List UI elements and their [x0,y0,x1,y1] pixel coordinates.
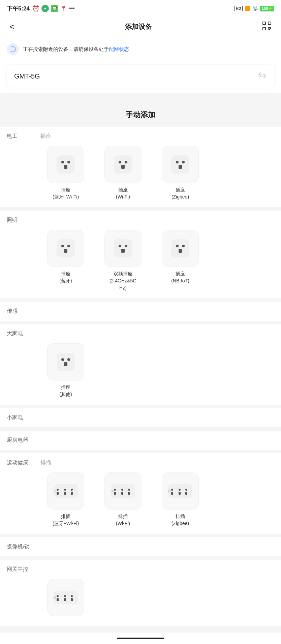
device-socket-other[interactable]: 插座(其他) [40,343,91,398]
svg-point-25 [119,245,121,247]
device-icon-strip-partial [47,579,84,616]
section-divider-2 [0,208,281,211]
svg-rect-12 [114,155,132,174]
home-indicator [117,638,164,639]
device-socket-wifi[interactable]: 插座(Wi-Fi) [98,146,148,201]
device-icon-socket-dual [104,230,142,267]
device-label-strip-bt-wifi: 排插(蓝牙+Wi-Fi) [53,513,79,527]
devices-grid-large: 插座(其他) [0,340,281,405]
device-icon-socket-zigbee [162,146,199,183]
svg-rect-62 [57,598,59,601]
device-label-socket-dual: 双频插座(2.4GHz&5GHz) [110,270,136,292]
category-gateway: 网关中控 [0,560,281,626]
location-icon: 📍 [60,5,67,12]
svg-rect-27 [121,249,125,253]
device-socket-dual[interactable]: 双频插座(2.4GHz&5GHz) [98,230,148,292]
svg-point-47 [121,489,123,491]
alarm-icon: ⏰ [32,5,39,12]
device-socket-zigbee[interactable]: 插座(Zigbee) [155,146,206,201]
scan-button[interactable] [259,19,274,35]
device-name-label: GMT-5G [14,72,40,80]
svg-rect-16 [171,155,189,174]
svg-point-55 [179,489,181,491]
svg-point-9 [61,161,64,163]
svg-rect-54 [171,492,173,495]
svg-point-65 [71,595,73,597]
svg-rect-1 [268,22,271,25]
back-button[interactable]: < [7,19,17,35]
status-left: 下午5:24 ⏰ ● 💬 📍 ••• [7,5,75,12]
svg-point-7 [10,47,15,52]
svg-rect-44 [111,484,135,498]
svg-rect-48 [121,492,123,495]
device-icon-socket-bt [47,230,84,267]
transfer-icon [257,71,267,81]
device-socket-nbiot[interactable]: 插座(NB-IoT) [155,230,206,292]
svg-point-57 [185,489,187,491]
device-strip-wifi[interactable]: 排插(Wi-Fi) [98,472,148,527]
category-header-sensor: 传感 [0,302,281,317]
svg-point-10 [67,161,70,163]
svg-rect-23 [64,249,67,253]
category-lighting: 照明 插座(蓝牙) [0,211,281,298]
category-label-small: 小家电 [7,414,37,421]
svg-rect-56 [179,492,181,495]
svg-rect-64 [64,598,66,601]
device-icon-socket-wifi [104,146,142,183]
svg-point-18 [182,161,185,163]
svg-point-29 [176,245,179,247]
device-label-socket-other: 插座(其他) [59,384,72,398]
device-strip-bt-wifi[interactable]: 排插(蓝牙+Wi-Fi) [40,472,91,527]
category-label-camera: 摄像机/锁 [7,543,37,550]
svg-rect-36 [54,484,78,498]
svg-rect-50 [128,492,130,495]
section-divider-8 [0,534,281,537]
device-socket-bt-wifi[interactable]: 插座(蓝牙+Wi-Fi) [40,146,91,201]
main-content: 电工 插座 插座(蓝牙+Wi-Fi) [0,127,281,640]
svg-rect-66 [71,598,73,601]
svg-point-13 [119,161,121,163]
device-socket-bt[interactable]: 插座(蓝牙) [40,230,91,292]
device-icon-strip-zigbee [162,472,199,510]
svg-point-43 [54,490,56,492]
category-header-electrician: 电工 插座 [0,127,281,143]
device-strip-zigbee[interactable]: 排插(Zigbee) [155,472,206,527]
category-header-kitchen: 厨房电器 [0,431,281,447]
svg-point-45 [114,489,116,491]
section-divider-1 [0,93,281,100]
status-bar: 下午5:24 ⏰ ● 💬 📍 ••• HD 📶 📡 100⚡ [0,0,281,17]
category-electrician: 电工 插座 插座(蓝牙+Wi-Fi) [0,127,281,207]
devices-grid-sports: 排插(蓝牙+Wi-Fi) 排插(Wi-Fi) [0,469,281,534]
status-icons: ⏰ ● 💬 📍 ••• [32,5,75,12]
svg-point-22 [67,245,70,247]
chat-app-icon: 💬 [51,5,58,12]
devices-grid-electrician: 插座(蓝牙+Wi-Fi) 插座(Wi-Fi) [0,143,281,207]
svg-rect-28 [171,239,189,257]
category-label-electrician: 电工 [7,133,37,140]
svg-rect-58 [185,492,187,495]
svg-rect-42 [71,492,73,495]
svg-rect-0 [263,22,266,25]
status-right: HD 📶 📡 100⚡ [235,6,274,11]
svg-rect-40 [64,492,66,495]
device-card[interactable]: GMT-5G [7,65,274,88]
svg-point-51 [111,490,114,492]
svg-rect-8 [57,155,75,174]
page-title: 添加设备 [125,22,152,31]
device-label-socket-zigbee: 插座(Zigbee) [171,186,189,201]
more-icon: ••• [69,5,75,11]
category-kitchen: 厨房电器 [0,431,281,450]
svg-point-33 [61,358,64,361]
wifi-icon: 📡 [252,6,258,11]
category-header-camera: 摄像机/锁 [0,537,281,553]
pairing-mode-link[interactable]: 配网状态 [109,46,129,52]
device-icon-strip-bt-wifi [47,472,84,510]
svg-rect-11 [64,165,67,169]
category-label-lighting: 照明 [7,217,37,224]
category-small-appliance: 小家电 [0,408,281,427]
device-strip-partial[interactable] [40,579,91,619]
svg-point-49 [128,489,130,491]
category-label-large: 大家电 [7,330,37,337]
device-label-socket-bt-wifi: 插座(蓝牙+Wi-Fi) [53,186,79,201]
category-camera: 摄像机/锁 [0,537,281,556]
